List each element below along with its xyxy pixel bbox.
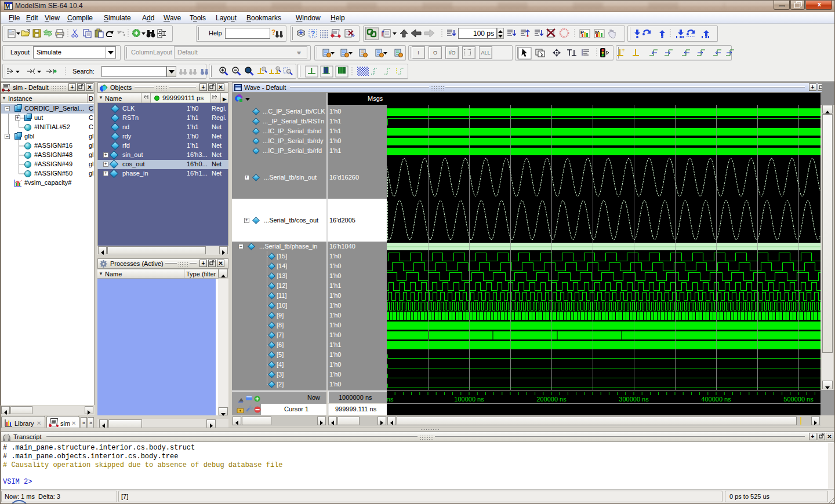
svg-text:200000 ns: 200000 ns: [536, 396, 567, 403]
svg-text:?: ?: [271, 28, 275, 36]
svg-text:500000 ns: 500000 ns: [783, 396, 814, 403]
svg-text:0 ns: 0 ns: [387, 396, 394, 403]
svg-text:300000 ns: 300000 ns: [619, 396, 649, 403]
svg-text:100000 ns: 100000 ns: [454, 396, 484, 403]
svg-text:?: ?: [311, 30, 315, 38]
svg-text:400000 ns: 400000 ns: [701, 396, 731, 403]
